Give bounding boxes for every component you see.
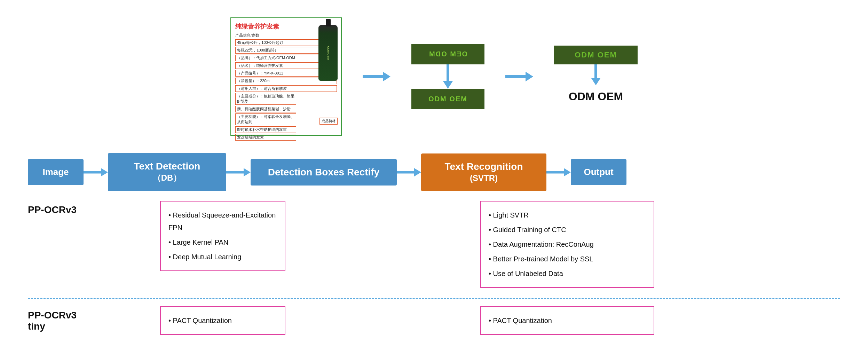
tiny-recognition-feature-1: PACT Quantization xyxy=(489,313,646,328)
product-line-10: （主要功能）：可柔软全发增泽、从而达到 xyxy=(235,113,296,125)
pipeline-image-label: Image xyxy=(42,167,69,177)
pp-ocrv3-tiny-detection-features: PACT Quantization xyxy=(160,306,285,335)
pipeline-image-box: Image xyxy=(28,159,84,185)
arrow-to-odm-left xyxy=(363,70,390,84)
illustration-area: 纯绿营养护发素 产品信息/参数 45元/每公斤，100公斤起订 每瓶22元，10… xyxy=(14,10,854,143)
pipeline-rectify-label: Detection Boxes Rectify xyxy=(268,167,380,178)
pp-ocrv3-tiny-row: PP-OCRv3 tiny PACT Quantization PACT Qua… xyxy=(14,306,854,335)
product-line-9: 藜、椰油酰胺丙基甜菜碱、汐脂 xyxy=(235,106,296,112)
recognition-feature-5: Use of Unlabeled Data xyxy=(489,266,646,281)
tiny-detection-feature-list: PACT Quantization xyxy=(168,313,277,328)
pipeline-output-box: Output xyxy=(571,159,626,185)
product-image-box: 纯绿营养护发素 产品信息/参数 45元/每公斤，100公斤起订 每瓶22元，10… xyxy=(230,17,342,136)
pipeline-recognition-label: Text Recognition(SVTR) xyxy=(444,161,523,183)
pipeline-recognition-box: Text Recognition(SVTR) xyxy=(421,153,546,191)
recognition-feature-1: Light SVTR xyxy=(489,208,646,222)
pp-ocrv3-tiny-recognition-features: PACT Quantization xyxy=(480,306,654,335)
pp-ocrv3-tiny-label: PP-OCRv3 tiny xyxy=(28,310,77,332)
pp-ocrv3-row: PP-OCRv3 Residual Squeeze-and-Excitation… xyxy=(14,201,854,288)
pipeline-row: Image Text Detection（DB） Detection Boxes… xyxy=(14,153,854,191)
main-container: 纯绿营养护发素 产品信息/参数 45元/每公斤，100公斤起订 每瓶22元，10… xyxy=(0,0,868,355)
product-line-7: （适用人群）：适合所有肤质 xyxy=(235,85,337,92)
recognition-feature-3: Data Augmentation: RecConAug xyxy=(489,237,646,252)
odm-left-top: OEM ODM xyxy=(411,44,484,64)
recognition-feature-4: Better Pre-trained Model by SSL xyxy=(489,252,646,266)
detection-feature-list: Residual Squeeze-and-Excitation FPN Larg… xyxy=(168,208,277,264)
product-line-11: 即时锁水补水帮助护理的双重 xyxy=(235,126,296,133)
detection-feature-3: Deep Mutual Learning xyxy=(168,250,277,264)
odm-right-column: ODM OEM ODM OEM xyxy=(554,46,638,108)
odm-right-box: ODM OEM xyxy=(554,46,638,64)
pp-ocrv3-detection-features: Residual Squeeze-and-Excitation FPN Larg… xyxy=(160,201,285,271)
recognition-feature-2: Guided Training of CTC xyxy=(489,222,646,237)
dashed-divider xyxy=(28,298,840,299)
odm-left-column: OEM ODM ODM OEM xyxy=(411,44,484,109)
product-tag: 成品初材 xyxy=(319,118,338,125)
detection-feature-2: Large Kernel PAN xyxy=(168,235,277,250)
arrow-detection-to-rectify xyxy=(226,165,251,179)
odm-right-text: ODM OEM xyxy=(569,85,623,108)
pp-ocrv3-label: PP-OCRv3 xyxy=(28,201,104,215)
arrow-to-odm-right xyxy=(505,70,533,84)
tiny-detection-feature-1: PACT Quantization xyxy=(168,313,277,328)
arrow-down-right xyxy=(589,64,603,85)
pipeline-detection-box: Text Detection（DB） xyxy=(108,153,226,191)
arrow-image-to-detection xyxy=(84,165,108,179)
pp-ocrv3-tiny-label-container: PP-OCRv3 tiny xyxy=(28,306,104,332)
pipeline-rectify-box: Detection Boxes Rectify xyxy=(251,159,397,186)
pipeline-output-label: Output xyxy=(584,167,613,177)
arrow-down-left xyxy=(441,64,455,89)
product-line-8: （主要成分）：氨糖玻璃酸、熊果β-胡萝 xyxy=(235,93,296,105)
odm-left-bottom: ODM OEM xyxy=(411,89,484,109)
product-bottle xyxy=(318,25,338,81)
pipeline-detection-label: Text Detection（DB） xyxy=(134,161,200,183)
recognition-feature-list: Light SVTR Guided Training of CTC Data A… xyxy=(489,208,646,281)
tiny-recognition-feature-list: PACT Quantization xyxy=(489,313,646,328)
pp-ocrv3-recognition-features: Light SVTR Guided Training of CTC Data A… xyxy=(480,201,654,288)
detection-feature-1: Residual Squeeze-and-Excitation FPN xyxy=(168,208,277,235)
product-line-12: 发达斯斯的发素 xyxy=(235,134,296,141)
pp-ocrv3-text: PP-OCRv3 xyxy=(28,204,77,215)
arrow-rectify-to-recognition xyxy=(397,165,421,179)
arrow-recognition-to-output xyxy=(546,165,571,179)
